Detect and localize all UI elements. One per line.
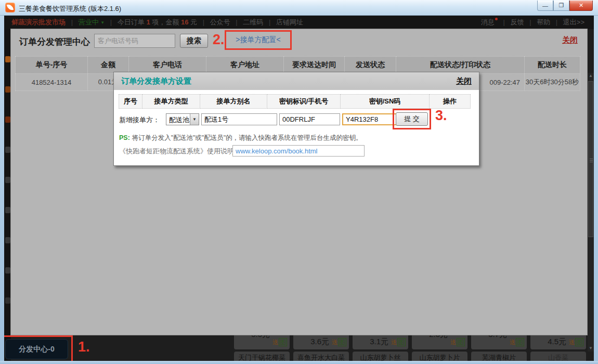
nav-feedback[interactable]: 反馈 (511, 18, 524, 26)
scrollbar-thumb[interactable] (588, 81, 593, 237)
store-name: 鲜蔬演示批发市场 (11, 18, 66, 26)
receiver-dialog-header: 订单分发接单方设置 关闭 (114, 72, 479, 90)
sidebar-icon (5, 237, 10, 243)
image-badge[interactable]: 图 (338, 338, 346, 346)
window-border-bottom (0, 361, 598, 364)
highlight-box-2: >接单方配置< (225, 30, 292, 50)
application-window: 鲜蔬演示批发市场 | 营业中 ▼ | 今日订单 1 项，金额 16 元 | 公众… (0, 0, 598, 364)
sidebar-icon (5, 297, 10, 304)
send-label: 送 (510, 339, 516, 346)
sidebar-icon (5, 56, 10, 62)
product-price: 3.1元 (370, 337, 388, 347)
window-title: 三餐美食餐饮管理系统 (版本2.1.6) (19, 4, 121, 14)
delivery-duration-cell: 30天6时30分58秒 (524, 74, 580, 91)
image-badge[interactable]: 图 (457, 338, 465, 346)
order-number: 418524-1314 (15, 74, 88, 91)
customer-phone-input[interactable] (94, 34, 175, 48)
app-icon (5, 3, 15, 12)
chevron-down-icon[interactable]: ▼ (190, 114, 199, 125)
manual-url-input[interactable] (232, 145, 365, 157)
receiver-dialog-title: 订单分发接单方设置 (121, 76, 191, 86)
receiver-alias-input[interactable] (201, 113, 277, 125)
chevron-down-icon: ▼ (100, 16, 105, 30)
product-price: 4.5元 (548, 337, 566, 347)
col-header: 接单方别名 (200, 94, 267, 109)
send-label: 送 (450, 339, 457, 346)
col-header: 单号-序号 (15, 56, 88, 74)
col-header: 客户电话 (128, 56, 206, 74)
annotation-3: 3. (435, 108, 447, 124)
add-receiver-label: 新增接单方： (119, 115, 160, 125)
sidebar-icon (5, 267, 10, 274)
highlight-box-3 (393, 109, 431, 129)
ps-tag: PS: (119, 134, 130, 141)
col-header: 序号 (119, 94, 142, 109)
col-header: 密钥/SN码 (340, 94, 430, 109)
send-label: 送 (272, 339, 279, 346)
scroll-up-icon[interactable]: ▲ (588, 73, 594, 79)
col-header: 要求送达时间 (283, 56, 345, 74)
ps-text: 将订单分发入"配送池"或"配送员"的，请输入快跑者系统在管理后台生成的密钥。 (132, 134, 362, 141)
annotation-1: 1. (78, 339, 90, 355)
background-scrollbar[interactable]: ▲ ▼ (588, 73, 594, 352)
receiver-config-link[interactable]: >接单方配置< (226, 32, 290, 48)
send-label: 送 (332, 339, 338, 346)
col-header: 密钥标识/手机号 (267, 94, 341, 109)
image-badge[interactable]: 图 (516, 338, 524, 346)
image-badge[interactable]: 图 (575, 338, 583, 346)
notification-dot (495, 18, 498, 20)
today-orders-mid: 项，金额 (152, 18, 179, 26)
maximize-button[interactable]: ❐ (553, 1, 569, 11)
ps-note: PS:将订单分发入"配送池"或"配送员"的，请输入快跑者系统在管理后台生成的密钥… (119, 134, 362, 142)
col-header: 配送时长 (524, 56, 580, 74)
minimize-button[interactable]: — (537, 1, 553, 11)
selected-type: 配送池 (169, 115, 189, 125)
orders-table-header: 单号-序号 金额 客户电话 客户地址 要求送达时间 发送状态 配送状态/打印状态… (15, 56, 584, 74)
receiver-settings-dialog: 订单分发接单方设置 关闭 序号 接单方类型 接单方别名 密钥标识/手机号 密钥/… (113, 72, 479, 166)
image-badge[interactable]: 图 (397, 338, 406, 346)
send-label: 送 (391, 339, 397, 346)
top-navbar: 鲜蔬演示批发市场 | 营业中 ▼ | 今日订单 1 项，金额 16 元 | 公众… (4, 16, 594, 29)
dialog-close-link[interactable]: 关闭 (562, 35, 578, 45)
window-border-left (0, 16, 4, 364)
search-button[interactable]: 搜索 (180, 34, 208, 48)
col-header: 金额 (87, 56, 129, 74)
annotation-2: 2. (213, 32, 225, 48)
today-orders-count: 1 (146, 18, 150, 26)
today-orders-amount: 16 (181, 18, 188, 26)
nav-qrcode[interactable]: 二维码 (243, 18, 263, 26)
col-header: 配送状态/打印状态 (396, 56, 525, 74)
receiver-type-select[interactable]: 配送池 ▼ (166, 113, 199, 125)
window-border-right (594, 16, 598, 364)
col-header: 操作 (429, 94, 471, 109)
dialog-title: 订单分发管理中心 (19, 36, 90, 48)
nav-messages[interactable]: 消息 (481, 18, 495, 26)
send-label: 送 (569, 339, 575, 346)
product-price: 3.6元 (310, 337, 329, 347)
scroll-down-icon[interactable]: ▼ (588, 345, 594, 352)
nav-help[interactable]: 帮助 (537, 18, 550, 26)
col-header: 客户地址 (206, 56, 284, 74)
col-header: 发送状态 (344, 56, 396, 74)
window-titlebar[interactable]: 三餐美食餐饮管理系统 (版本2.1.6) (0, 0, 598, 16)
col-header: 接单方类型 (142, 94, 200, 109)
scrollbar-grip (590, 159, 593, 159)
nav-exit[interactable]: 退出>> (563, 18, 584, 26)
sidebar-icon (5, 147, 10, 153)
image-badge[interactable]: 图 (279, 338, 287, 346)
open-status[interactable]: 营业中 (79, 18, 99, 26)
sidebar-icon (5, 177, 10, 183)
today-orders-suffix: 元 (190, 18, 197, 26)
nav-official-account[interactable]: 公众号 (210, 18, 230, 26)
receiver-table-header: 序号 接单方类型 接单方别名 密钥标识/手机号 密钥/SN码 操作 (119, 94, 470, 109)
nav-shop-url[interactable]: 店铺网址 (276, 18, 303, 26)
manual-label: 《快跑者短距物流配送系统》使用说明: (119, 147, 236, 156)
sidebar-icon (5, 116, 10, 123)
receiver-close-link[interactable]: 关闭 (456, 76, 472, 86)
sidebar-icon (5, 86, 10, 93)
sidebar-icon (5, 207, 10, 213)
close-button[interactable]: ✕ (569, 1, 593, 11)
dispatch-center-button[interactable]: 分发中心-0 (5, 339, 68, 359)
today-orders-prefix: 今日订单 (118, 18, 145, 26)
key-id-input[interactable] (279, 113, 340, 125)
